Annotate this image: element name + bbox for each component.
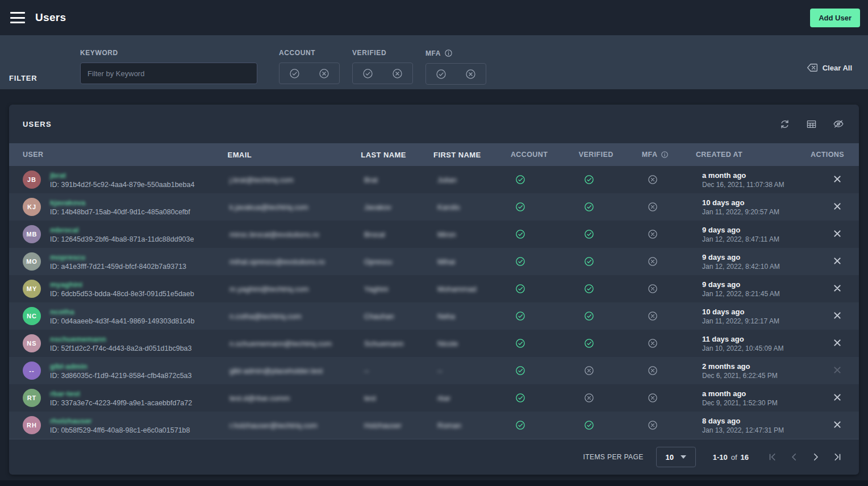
mfa-filter-no-button[interactable] bbox=[464, 68, 477, 81]
prev-page-button[interactable] bbox=[787, 450, 801, 464]
table-row: NS nschuememann ID: 52f1d2c2-f74c-4d43-8… bbox=[9, 330, 859, 357]
last-page-button[interactable] bbox=[831, 450, 844, 464]
table-body: JB jbrat ID: 391b4d2f-5c92-4aa4-879e-550… bbox=[9, 166, 859, 439]
close-icon bbox=[833, 420, 842, 429]
table-row: MB mbrocal ID: 12645d39-2bf6-4ba8-871a-1… bbox=[9, 221, 859, 248]
username-link[interactable]: ncotha bbox=[50, 308, 194, 316]
last-name-cell: Chauhan bbox=[364, 312, 437, 321]
check-circle-icon bbox=[584, 420, 594, 430]
refresh-button[interactable] bbox=[778, 118, 791, 131]
delete-user-button[interactable] bbox=[831, 336, 844, 351]
visibility-button[interactable] bbox=[832, 117, 845, 131]
created-absolute: Jan 11, 2022, 9:20:57 AM bbox=[702, 208, 818, 216]
first-page-button[interactable] bbox=[766, 450, 779, 464]
next-page-button[interactable] bbox=[809, 450, 823, 464]
email-cell: mihal.oprescu@evolutions.ro bbox=[229, 257, 364, 266]
col-mfa: MFA bbox=[639, 151, 696, 159]
x-circle-icon bbox=[584, 393, 594, 403]
delete-user-button[interactable] bbox=[831, 309, 844, 324]
verified-filter-no-button[interactable] bbox=[391, 67, 404, 80]
username-link[interactable]: rholzhauser bbox=[50, 417, 190, 425]
created-absolute: Jan 12, 2022, 8:21:45 AM bbox=[702, 290, 818, 298]
avatar: RT bbox=[23, 389, 41, 407]
add-user-button[interactable]: Add User bbox=[810, 9, 860, 27]
created-relative: 2 months ago bbox=[702, 362, 818, 371]
verified-status-icon bbox=[584, 420, 644, 430]
close-icon bbox=[833, 393, 842, 402]
filter-section-label: FILTER bbox=[9, 74, 80, 82]
users-panel-title: USERS bbox=[23, 120, 52, 128]
clear-all-button[interactable]: Clear All bbox=[807, 63, 852, 73]
close-icon bbox=[833, 284, 842, 293]
close-icon bbox=[833, 256, 842, 265]
last-page-icon bbox=[832, 452, 842, 462]
username-link[interactable]: moprescu bbox=[50, 253, 186, 261]
table-row: NC ncotha ID: 0d4aaeeb-4d3f-4a41-9869-14… bbox=[9, 302, 859, 330]
account-filter-yes-button[interactable] bbox=[288, 67, 301, 80]
check-circle-icon bbox=[515, 365, 525, 376]
username-link[interactable]: rbar-test bbox=[50, 389, 192, 398]
verified-filter-yes-button[interactable] bbox=[361, 67, 374, 80]
first-name-cell: Karolis bbox=[437, 203, 512, 211]
email-cell: test.d@rbar.comm bbox=[229, 394, 364, 402]
avatar: MB bbox=[23, 225, 41, 243]
username-link[interactable]: glbl-admin bbox=[50, 362, 192, 371]
menu-icon[interactable] bbox=[10, 12, 25, 23]
username-link[interactable]: myaghini bbox=[50, 280, 194, 289]
last-name-cell: Schuemann bbox=[364, 339, 437, 348]
username-link[interactable]: kjavakova bbox=[50, 198, 190, 207]
username-link[interactable]: mbrocal bbox=[50, 226, 194, 234]
x-circle-icon bbox=[648, 229, 658, 239]
page-size-select[interactable]: 10 bbox=[656, 447, 696, 467]
close-icon bbox=[833, 311, 842, 320]
table-columns-button[interactable] bbox=[805, 118, 818, 131]
delete-user-button[interactable] bbox=[831, 418, 844, 433]
mfa-status-icon bbox=[648, 175, 658, 185]
username-link[interactable]: jbrat bbox=[50, 171, 194, 180]
check-circle-icon bbox=[515, 229, 525, 239]
first-name-cell: rbar bbox=[437, 394, 512, 402]
account-status-icon bbox=[515, 284, 581, 294]
delete-user-button[interactable] bbox=[831, 281, 844, 297]
mfa-filter-yes-button[interactable] bbox=[435, 68, 448, 81]
email-cell: miroc.brocal@evolutions.ro bbox=[229, 230, 364, 239]
check-circle-icon bbox=[515, 202, 525, 212]
avatar: JB bbox=[23, 171, 41, 189]
x-circle-icon bbox=[648, 420, 658, 430]
items-per-page-label: ITEMS PER PAGE bbox=[583, 453, 644, 461]
keyword-filter: KEYWORD bbox=[80, 49, 257, 84]
close-icon bbox=[833, 229, 842, 238]
mfa-status-icon bbox=[648, 420, 658, 430]
verified-status-icon bbox=[584, 365, 644, 376]
delete-user-button[interactable] bbox=[831, 391, 844, 406]
mfa-status-icon bbox=[648, 393, 658, 403]
x-circle-icon bbox=[648, 284, 658, 294]
x-circle-icon bbox=[648, 338, 658, 348]
col-actions: ACTIONS bbox=[811, 151, 859, 159]
x-circle-icon bbox=[648, 311, 658, 321]
user-id: ID: 52f1d2c2-f74c-4d43-8a2a-d051d1bc9ba3 bbox=[50, 344, 192, 352]
username-link[interactable]: nschuememann bbox=[50, 335, 192, 343]
delete-user-button[interactable] bbox=[831, 254, 844, 269]
check-circle-icon bbox=[584, 256, 594, 267]
created-absolute: Dec 6, 2021, 6:22:45 PM bbox=[702, 372, 818, 380]
delete-user-button[interactable] bbox=[831, 172, 844, 188]
table-row: RH rholzhauser ID: 0b58f529-4ff6-40a8-98… bbox=[9, 412, 859, 439]
last-name-cell: Javakov bbox=[364, 203, 437, 211]
keyword-input[interactable] bbox=[80, 63, 257, 84]
account-filter-no-button[interactable] bbox=[318, 67, 331, 80]
account-status-icon bbox=[515, 202, 581, 212]
check-circle-icon bbox=[362, 68, 373, 79]
first-name-cell: Nicole bbox=[437, 339, 512, 348]
last-name-cell: Oprescu bbox=[364, 257, 437, 266]
col-last: LAST NAME bbox=[361, 151, 433, 159]
delete-user-button[interactable] bbox=[831, 363, 844, 379]
first-name-cell: Mihai bbox=[437, 257, 512, 266]
created-relative: 9 days ago bbox=[702, 253, 818, 261]
user-id: ID: 0d4aaeeb-4d3f-4a41-9869-149303d81c4b bbox=[50, 317, 194, 325]
bottom-strip bbox=[0, 480, 868, 486]
delete-user-button[interactable] bbox=[831, 227, 844, 242]
verified-status-icon bbox=[584, 256, 644, 267]
delete-user-button[interactable] bbox=[831, 200, 844, 215]
user-id: ID: a41e3fff-7d21-459d-bfcf-8402b7a93713 bbox=[50, 263, 186, 271]
